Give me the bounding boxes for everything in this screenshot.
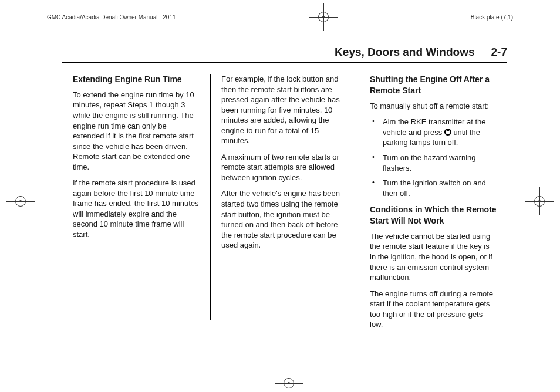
col3-intro: To manually shut off a remote start:	[370, 101, 497, 111]
crosshair-icon	[284, 378, 294, 388]
col2-para: After the vehicle's engine has been star…	[221, 188, 348, 250]
col3-heading-2: Conditions in Which the Remote Start Wil…	[370, 204, 497, 227]
section-header: Keys, Doors and Windows 2-7	[62, 46, 507, 63]
registration-mark-top	[315, 12, 332, 22]
col1-heading: Extending Engine Run Time	[73, 74, 200, 85]
col3-heading-1: Shutting the Engine Off After a Remote S…	[370, 74, 497, 96]
col1-para: If the remote start procedure is used ag…	[73, 178, 200, 239]
list-item: Turn the ignition switch on and then off…	[370, 178, 497, 198]
column-1: Extending Engine Run Time To extend the …	[62, 74, 210, 320]
col3-bullet-list: Aim the RKE transmitter at the vehicle a…	[370, 117, 497, 198]
page-number: 2-7	[491, 46, 507, 59]
list-item: Turn on the hazard warning flashers.	[370, 153, 497, 173]
crosshair-icon	[15, 196, 26, 207]
col3-para: The vehicle cannot be started using the …	[370, 231, 497, 283]
col1-para: To extend the engine run time by 10 minu…	[73, 90, 200, 172]
plate-label: Black plate (7,1)	[471, 14, 513, 21]
col2-para: A maximum of two remote starts or remote…	[221, 152, 348, 183]
print-meta-bar: GMC Acadia/Acadia Denali Owner Manual - …	[47, 12, 513, 22]
crosshair-icon	[534, 196, 545, 207]
column-3: Shutting the Engine Off After a Remote S…	[359, 74, 507, 320]
column-2: For example, if the lock button and then…	[210, 74, 359, 320]
col3-para: The engine turns off during a remote sta…	[370, 289, 497, 330]
crosshair-icon	[318, 12, 329, 22]
section-title: Keys, Doors and Windows	[335, 46, 474, 59]
col2-para: For example, if the lock button and then…	[221, 74, 348, 146]
list-item: Aim the RKE transmitter at the vehicle a…	[370, 117, 497, 148]
remote-start-icon	[444, 129, 451, 136]
body-columns: Extending Engine Run Time To extend the …	[62, 74, 507, 320]
manual-page: GMC Acadia/Acadia Denali Owner Manual - …	[0, 0, 560, 392]
manual-title: GMC Acadia/Acadia Denali Owner Manual - …	[47, 14, 176, 21]
